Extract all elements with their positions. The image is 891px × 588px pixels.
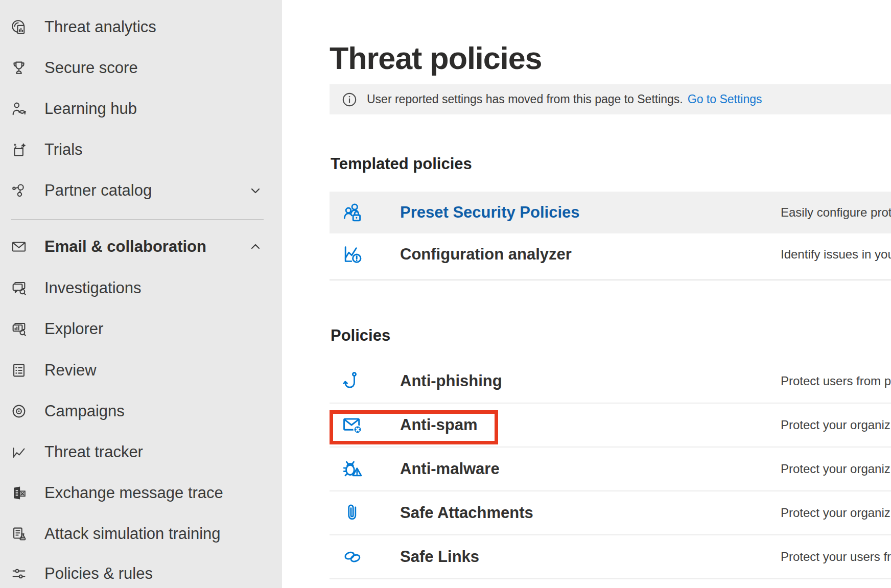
trials-icon — [10, 141, 28, 158]
anti-malware-icon — [341, 457, 364, 481]
row-configuration-analyzer[interactable]: Configuration analyzer Identify issues i… — [330, 233, 891, 275]
sidebar-item-trials[interactable]: Trials — [0, 129, 282, 170]
anti-spam-icon — [341, 413, 364, 437]
row-description: Protect your organiz — [781, 506, 890, 520]
sidebar-item-explorer[interactable]: Explorer — [0, 309, 282, 349]
section-heading-templated-policies: Templated policies — [331, 155, 472, 173]
sidebar-item-label: Threat analytics — [44, 18, 156, 36]
sidebar-item-investigations[interactable]: Investigations — [0, 268, 282, 309]
sidebar-item-campaigns[interactable]: Campaigns — [0, 391, 282, 432]
row-safe-links[interactable]: Safe Links Protect your users fro — [330, 535, 891, 579]
configuration-analyzer-icon — [341, 243, 364, 266]
row-preset-security-policies[interactable]: Preset Security Policies Easily configur… — [330, 192, 891, 233]
sidebar-item-label: Threat tracker — [44, 443, 143, 461]
explorer-icon — [10, 320, 28, 338]
sidebar-item-label: Investigations — [44, 279, 142, 297]
row-description: Protect your organiz — [781, 462, 890, 476]
partner-catalog-icon — [10, 182, 28, 199]
row-description: Protect your organiz — [781, 418, 890, 432]
sidebar-item-label: Exchange message trace — [44, 484, 223, 502]
sidebar-item-label: Review — [44, 361, 97, 380]
sidebar-item-label: Partner catalog — [44, 181, 152, 200]
policies-list: Anti-phishing Protect users from p Anti-… — [330, 360, 891, 579]
sidebar: Threat analytics Secure score Learning h… — [0, 0, 282, 588]
investigations-icon — [10, 279, 28, 297]
sidebar-item-email-collaboration[interactable]: Email & collaboration — [0, 226, 282, 267]
policies-rules-icon — [10, 565, 28, 582]
row-anti-spam[interactable]: Anti-spam Protect your organiz — [330, 404, 891, 448]
row-anti-phishing[interactable]: Anti-phishing Protect users from p — [330, 360, 891, 404]
threat-policies-page: Threat analytics Secure score Learning h… — [0, 0, 891, 588]
learning-hub-icon — [10, 100, 28, 117]
templated-policies-list: Preset Security Policies Easily configur… — [330, 192, 891, 280]
sidebar-item-label: Policies & rules — [44, 565, 153, 583]
sidebar-item-secure-score[interactable]: Secure score — [0, 48, 282, 88]
row-label: Configuration analyzer — [400, 245, 572, 264]
exchange-icon — [10, 484, 28, 502]
sidebar-item-label: Attack simulation training — [44, 525, 221, 543]
attack-simulation-icon — [10, 525, 28, 543]
row-label: Safe Links — [400, 548, 479, 566]
row-description: Protect your users fro — [781, 550, 891, 564]
sidebar-item-review[interactable]: Review — [0, 350, 282, 391]
row-anti-malware[interactable]: Anti-malware Protect your organiz — [330, 448, 891, 491]
threat-analytics-icon — [10, 18, 28, 36]
sidebar-item-exchange-message-trace[interactable]: Exchange message trace — [0, 473, 282, 513]
campaigns-icon — [10, 403, 28, 420]
sidebar-divider — [11, 219, 264, 220]
threat-tracker-icon — [10, 443, 28, 461]
row-label: Safe Attachments — [400, 504, 533, 522]
go-to-settings-link[interactable]: Go to Settings — [688, 92, 762, 106]
preset-security-policies-icon — [341, 201, 364, 224]
chevron-down-icon — [248, 183, 263, 198]
row-label: Anti-spam — [400, 416, 478, 434]
sidebar-item-label: Email & collaboration — [44, 238, 206, 256]
row-label: Anti-phishing — [400, 372, 502, 390]
sidebar-item-attack-simulation-training[interactable]: Attack simulation training — [0, 513, 282, 554]
sidebar-item-learning-hub[interactable]: Learning hub — [0, 88, 282, 129]
sidebar-item-label: Trials — [44, 140, 83, 159]
sidebar-item-label: Secure score — [44, 59, 138, 77]
sidebar-item-partner-catalog[interactable]: Partner catalog — [0, 170, 282, 211]
row-label: Preset Security Policies — [400, 203, 580, 222]
sidebar-item-threat-tracker[interactable]: Threat tracker — [0, 432, 282, 473]
row-label: Anti-malware — [400, 460, 500, 478]
chevron-up-icon — [248, 240, 263, 254]
safe-attachments-icon — [341, 501, 364, 525]
row-description: Identify issues in you — [781, 247, 891, 262]
banner-text: User reported settings has moved from th… — [367, 92, 683, 106]
sidebar-item-policies-rules[interactable]: Policies & rules — [0, 553, 282, 588]
info-icon — [341, 91, 358, 108]
sidebar-item-label: Campaigns — [44, 402, 125, 420]
info-banner: User reported settings has moved from th… — [330, 84, 891, 114]
review-icon — [10, 362, 28, 379]
sidebar-item-threat-analytics[interactable]: Threat analytics — [0, 7, 282, 48]
page-title: Threat policies — [330, 40, 542, 76]
secure-score-icon — [10, 59, 28, 77]
row-description: Protect users from p — [781, 374, 891, 388]
section-heading-policies: Policies — [331, 326, 390, 345]
anti-phishing-icon — [341, 369, 364, 393]
sidebar-item-label: Explorer — [44, 320, 103, 338]
safe-links-icon — [341, 545, 364, 569]
email-collaboration-icon — [10, 238, 28, 255]
row-safe-attachments[interactable]: Safe Attachments Protect your organiz — [330, 491, 891, 535]
row-description: Easily configure prot — [781, 205, 891, 220]
sidebar-item-label: Learning hub — [44, 100, 137, 118]
